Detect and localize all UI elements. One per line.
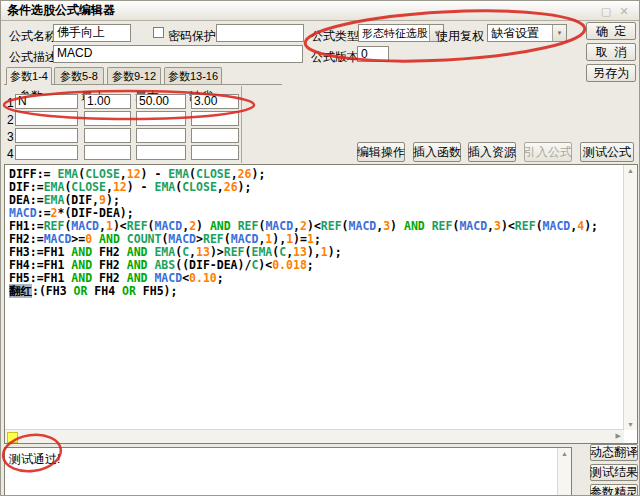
scroll-up-icon[interactable]: ▲ (558, 450, 571, 457)
param-cell[interactable]: 1.00 (84, 94, 131, 109)
close-icon[interactable]: ✕ (617, 4, 631, 18)
scroll-down-icon[interactable]: ▼ (624, 421, 637, 428)
tab-params-1-4[interactable]: 参数1-4 (6, 67, 52, 85)
param-cell[interactable]: N (15, 94, 78, 109)
chevron-down-icon[interactable]: ▼ (552, 25, 566, 41)
formula-version-input[interactable]: 0 (357, 46, 389, 62)
password-input[interactable] (216, 24, 304, 42)
param-row-number: 2 (7, 113, 14, 127)
param-cell[interactable]: 3.00 (191, 94, 239, 109)
code-editor[interactable]: DIFF:= EMA(CLOSE,12) - EMA(CLOSE,26);DIF… (9, 168, 622, 428)
formula-type-dropdown[interactable]: 形态特征选股 ▼ (358, 24, 444, 42)
param-row: 3 (1, 128, 261, 145)
dynamic-translate-button[interactable]: 动态翻译 (590, 444, 638, 461)
param-cell[interactable] (15, 111, 78, 126)
param-cell[interactable] (136, 128, 186, 143)
param-row: 4 (1, 145, 261, 162)
formula-version-label: 公式版本 (311, 49, 359, 66)
rights-value: 缺省设置 (491, 26, 539, 40)
scroll-right-icon[interactable]: ▶ (616, 432, 621, 440)
param-cell[interactable] (191, 128, 239, 143)
test-result-button[interactable]: 测试结果 (590, 464, 638, 481)
param-cell[interactable] (191, 145, 239, 160)
param-cell[interactable] (191, 111, 239, 126)
param-cell[interactable] (15, 145, 78, 160)
insert-function-button[interactable]: 插入函数 (413, 142, 461, 162)
tab-params-9-12[interactable]: 参数9-12 (107, 67, 161, 84)
status-scrollbar[interactable]: ▲ (557, 448, 571, 496)
param-cell[interactable] (84, 111, 131, 126)
ok-button[interactable]: 确 定 (586, 22, 636, 40)
code-vertical-scrollbar[interactable]: ▲ ▼ (623, 165, 637, 430)
edit-operation-button[interactable]: 编辑操作 (357, 142, 405, 162)
param-cell[interactable] (136, 111, 186, 126)
title-bar: 条件选股公式编辑器 (1, 1, 639, 21)
window-title: 条件选股公式编辑器 (7, 2, 115, 19)
formula-type-value: 形态特征选股 (362, 26, 428, 40)
formula-editor-dialog: 条件选股公式编辑器 ▢ ✕ 公式名称 佛手向上 密码保护 公式类型 形态特征选股… (0, 0, 640, 496)
test-formula-button[interactable]: 测试公式 (580, 142, 634, 162)
param-rows: 1N1.0050.003.00234 (1, 94, 261, 162)
cancel-button[interactable]: 取 消 (586, 43, 636, 61)
insert-resource-button[interactable]: 插入资源 (468, 142, 516, 162)
password-checkbox[interactable] (153, 27, 164, 38)
param-wizard-button[interactable]: 参数精灵 (590, 484, 638, 496)
scroll-thumb-marker[interactable] (7, 432, 18, 443)
import-formula-button: 引入公式 (524, 142, 572, 162)
param-cell[interactable]: 50.00 (136, 94, 186, 109)
tab-params-5-8[interactable]: 参数5-8 (54, 67, 104, 84)
status-panel: 测试通过! ▲ (4, 447, 572, 496)
formula-name-label: 公式名称 (9, 28, 57, 45)
password-label: 密码保护 (168, 28, 216, 45)
param-cell[interactable] (84, 128, 131, 143)
code-line: 翻红:(FH3 OR FH4 OR FH5); (9, 285, 622, 298)
param-row-number: 4 (7, 147, 14, 161)
scroll-up-icon[interactable]: ▲ (624, 167, 637, 174)
param-cell[interactable] (136, 145, 186, 160)
code-horizontal-scrollbar[interactable]: ▶ (5, 429, 624, 443)
rights-dropdown[interactable]: 缺省设置 ▼ (487, 24, 567, 42)
code-panel: DIFF:= EMA(CLOSE,12) - EMA(CLOSE,26);DIF… (4, 164, 638, 444)
maximize-icon[interactable]: ▢ (599, 4, 613, 18)
param-cell[interactable] (84, 145, 131, 160)
formula-desc-label: 公式描述 (9, 49, 57, 66)
param-row: 2 (1, 111, 261, 128)
tab-params-13-16[interactable]: 参数13-16 (164, 67, 222, 84)
param-row: 1N1.0050.003.00 (1, 94, 261, 111)
status-message: 测试通过! (9, 451, 60, 468)
formula-type-label: 公式类型 (311, 28, 359, 45)
rights-label: 使用复权 (436, 28, 484, 45)
param-row-number: 1 (7, 96, 14, 110)
param-cell[interactable] (15, 128, 78, 143)
param-row-number: 3 (7, 130, 14, 144)
formula-desc-input[interactable]: MACD (53, 45, 303, 63)
save-as-button[interactable]: 另存为 (586, 64, 636, 82)
formula-name-input[interactable]: 佛手向上 (53, 24, 131, 42)
